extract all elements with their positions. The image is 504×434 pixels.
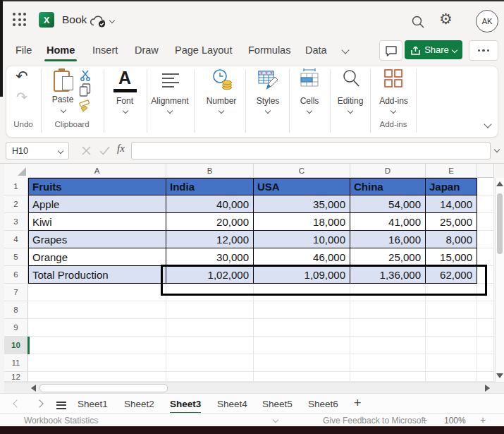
row-header-2[interactable]: 2 xyxy=(4,195,28,213)
sheet-tab-sheet4[interactable]: Sheet4 xyxy=(217,395,247,412)
grid-cell[interactable] xyxy=(254,372,350,382)
grid-cell[interactable] xyxy=(426,337,477,354)
cell-fruit-name[interactable]: Grapes xyxy=(28,231,166,248)
scroll-down-arrow-icon[interactable] xyxy=(496,373,503,378)
zoom-out-icon[interactable]: − xyxy=(422,414,427,426)
grid-cell[interactable] xyxy=(254,319,350,337)
cell-value[interactable]: 1,09,000 xyxy=(254,266,350,284)
zoom-in-icon[interactable]: + xyxy=(480,414,486,426)
grid-cell[interactable] xyxy=(28,301,166,319)
grid-cell[interactable] xyxy=(477,195,494,213)
cell-value[interactable]: 25,000 xyxy=(350,248,426,266)
row-header-10[interactable]: 10 xyxy=(4,337,28,354)
cell-value[interactable]: 14,000 xyxy=(426,195,477,213)
status-chevron-icon[interactable] xyxy=(273,417,278,423)
row-header-8[interactable]: 8 xyxy=(4,301,28,319)
column-header-B[interactable]: B xyxy=(166,164,254,178)
table-header-usa[interactable]: USA xyxy=(254,178,350,195)
zoom-level[interactable]: 100% xyxy=(444,416,466,426)
vertical-scroll-thumb[interactable] xyxy=(497,193,503,254)
grid-cell[interactable] xyxy=(477,284,494,301)
table-header-japan[interactable]: Japan xyxy=(426,178,477,195)
grid-cell[interactable] xyxy=(254,354,350,372)
cell-value[interactable]: 40,000 xyxy=(166,195,254,213)
grid-cell[interactable] xyxy=(166,372,254,382)
cell-value[interactable]: 20,000 xyxy=(166,213,254,231)
cell-value[interactable]: 8,000 xyxy=(426,231,477,248)
grid-cell[interactable] xyxy=(254,284,350,301)
grid-cell[interactable] xyxy=(426,354,477,372)
select-all-corner[interactable] xyxy=(4,164,29,179)
grid-cell[interactable] xyxy=(477,178,494,195)
grid-cell[interactable] xyxy=(477,213,494,231)
cell-value[interactable]: 12,000 xyxy=(166,231,254,248)
cell-value[interactable]: 1,02,000 xyxy=(166,266,254,284)
horizontal-scroll-thumb[interactable] xyxy=(39,384,168,392)
row-header-5[interactable]: 5 xyxy=(4,248,28,266)
column-header-A[interactable]: A xyxy=(28,164,166,178)
grid-cell[interactable] xyxy=(350,284,426,301)
cell-value[interactable]: 35,000 xyxy=(254,195,350,213)
cell-value[interactable]: 30,000 xyxy=(166,248,254,266)
sheet-nav-next-icon[interactable] xyxy=(35,399,43,407)
grid-cell[interactable] xyxy=(477,301,494,319)
horizontal-scrollbar[interactable] xyxy=(4,382,504,393)
grid-cell[interactable] xyxy=(166,284,254,301)
grid-cell[interactable] xyxy=(477,248,494,266)
cell-value[interactable]: 15,000 xyxy=(426,248,477,266)
cell-value[interactable]: 54,000 xyxy=(350,195,426,213)
cell-fruit-name[interactable]: Kiwi xyxy=(28,213,166,231)
cell-fruit-name[interactable]: Total Production xyxy=(28,266,166,284)
column-header-E[interactable]: E xyxy=(426,164,477,178)
grid-cell[interactable] xyxy=(477,231,494,248)
grid-cell[interactable] xyxy=(477,266,494,284)
scroll-left-arrow-icon[interactable] xyxy=(31,385,36,392)
cell-fruit-name[interactable]: Orange xyxy=(28,248,166,266)
scroll-up-arrow-icon[interactable] xyxy=(496,181,503,186)
cell-value[interactable]: 46,000 xyxy=(254,248,350,266)
column-header-D[interactable]: D xyxy=(350,164,426,178)
grid-cell[interactable] xyxy=(350,337,426,354)
sheet-tab-sheet5[interactable]: Sheet5 xyxy=(262,395,293,412)
row-header-9[interactable]: 9 xyxy=(4,319,28,337)
row-header-7[interactable]: 7 xyxy=(4,284,28,301)
grid-cell[interactable] xyxy=(426,319,477,337)
cell-value[interactable]: 62,000 xyxy=(426,266,477,284)
row-header-6[interactable]: 6 xyxy=(4,266,28,284)
cell-value[interactable]: 1,36,000 xyxy=(350,266,426,284)
row-header-3[interactable]: 3 xyxy=(4,213,28,231)
sheet-tab-sheet6[interactable]: Sheet6 xyxy=(308,395,338,412)
grid-cell[interactable] xyxy=(477,319,494,337)
cell-value[interactable]: 25,000 xyxy=(426,213,477,231)
grid-cell[interactable] xyxy=(426,372,477,382)
grid-cell[interactable] xyxy=(166,354,254,372)
sheet-tab-sheet3[interactable]: Sheet3 xyxy=(170,395,201,414)
grid-cell[interactable] xyxy=(166,337,254,354)
grid-cell[interactable] xyxy=(426,284,477,301)
scroll-right-arrow-icon[interactable] xyxy=(485,385,490,392)
grid-cell[interactable] xyxy=(350,301,426,319)
row-header-12[interactable]: 12 xyxy=(4,372,28,382)
grid-cell[interactable] xyxy=(28,284,166,301)
grid-cell[interactable] xyxy=(28,354,166,372)
row-header-11[interactable]: 11 xyxy=(4,354,28,372)
grid-cell[interactable] xyxy=(350,372,426,382)
vertical-scrollbar[interactable] xyxy=(495,178,504,382)
cell-value[interactable]: 10,000 xyxy=(254,231,350,248)
grid-cell[interactable] xyxy=(477,337,494,354)
cell-value[interactable]: 16,000 xyxy=(350,231,426,248)
cell-value[interactable]: 18,000 xyxy=(254,213,350,231)
grid-cell[interactable] xyxy=(166,319,254,337)
table-header-fruits[interactable]: Fruits xyxy=(28,178,166,195)
grid-cell[interactable] xyxy=(28,319,166,337)
grid-cell[interactable] xyxy=(477,372,494,382)
column-header-C[interactable]: C xyxy=(254,164,350,178)
cell-fruit-name[interactable]: Apple xyxy=(28,195,166,213)
table-header-china[interactable]: China xyxy=(350,178,426,195)
grid-cell[interactable] xyxy=(350,354,426,372)
grid-cell[interactable] xyxy=(28,337,166,354)
all-sheets-menu-icon[interactable] xyxy=(56,399,66,411)
grid-cell[interactable] xyxy=(254,301,350,319)
table-header-india[interactable]: India xyxy=(166,178,254,195)
grid-cell[interactable] xyxy=(350,319,426,337)
